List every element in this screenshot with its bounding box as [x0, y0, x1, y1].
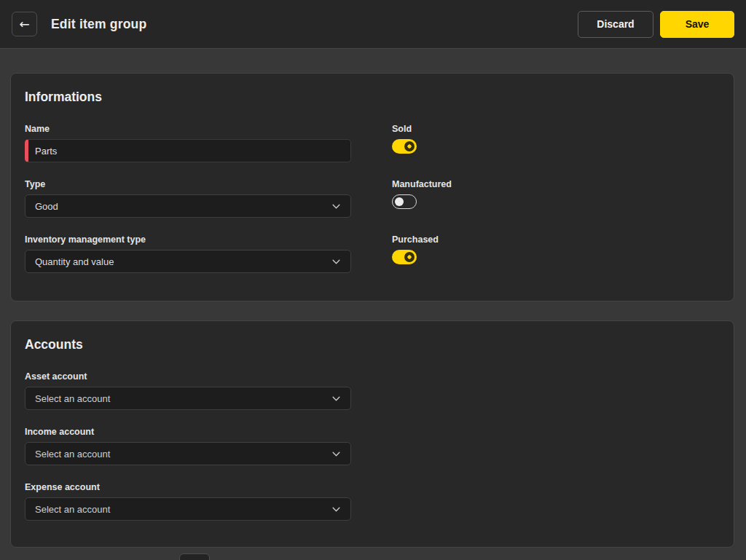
toggle-track — [392, 250, 417, 264]
sold-toggle[interactable] — [392, 139, 720, 154]
name-field: Name — [25, 124, 351, 162]
chevron-down-icon — [331, 202, 341, 211]
chevron-down-icon — [331, 505, 341, 514]
manufactured-label: Manufactured — [392, 179, 720, 189]
manufactured-field: Manufactured — [392, 179, 720, 209]
type-select-value: Good — [35, 201, 331, 212]
asset-account-select[interactable]: Select an account — [25, 387, 351, 410]
accounts-card: Accounts Asset account Select an account… — [10, 320, 734, 548]
toggle-knob — [404, 252, 415, 262]
save-button[interactable]: Save — [660, 11, 734, 38]
accounts-title: Accounts — [25, 337, 720, 352]
toggle-track — [392, 194, 417, 209]
expense-account-select-value: Select an account — [35, 504, 331, 515]
name-input-wrap — [25, 139, 351, 162]
expense-account-field: Expense account Select an account — [25, 482, 720, 521]
sold-field: Sold — [392, 124, 720, 154]
chevron-down-icon — [331, 257, 341, 267]
income-account-label: Income account — [25, 427, 720, 437]
type-select[interactable]: Good — [25, 194, 351, 218]
partial-element-below[interactable] — [179, 553, 210, 560]
chevron-down-icon — [331, 449, 341, 459]
sold-label: Sold — [392, 124, 720, 134]
informations-grid: Name Sold Type Good — [25, 124, 720, 273]
arrow-left-icon: ← — [19, 18, 29, 31]
informations-card: Informations Name Sold Type — [10, 73, 734, 301]
income-account-select-value: Select an account — [35, 449, 331, 460]
toggle-knob — [404, 141, 415, 151]
type-label: Type — [25, 179, 351, 189]
manufactured-toggle[interactable] — [392, 194, 720, 209]
purchased-field: Purchased — [392, 234, 720, 264]
inventory-type-field: Inventory management type Quantity and v… — [25, 234, 351, 273]
income-account-field: Income account Select an account — [25, 427, 720, 465]
inventory-type-select[interactable]: Quantity and value — [25, 250, 351, 273]
chevron-down-icon — [331, 394, 341, 403]
name-input[interactable] — [28, 146, 350, 157]
expense-account-label: Expense account — [25, 482, 720, 492]
type-field: Type Good — [25, 179, 351, 218]
discard-button[interactable]: Discard — [578, 11, 653, 38]
asset-account-field: Asset account Select an account — [25, 371, 720, 410]
income-account-select[interactable]: Select an account — [25, 442, 351, 465]
back-button[interactable]: ← — [12, 12, 37, 36]
purchased-toggle[interactable] — [392, 250, 720, 264]
informations-title: Informations — [25, 90, 720, 105]
inventory-type-label: Inventory management type — [25, 234, 351, 245]
toggle-track — [392, 139, 417, 154]
page-title: Edit item group — [51, 17, 146, 32]
inventory-type-select-value: Quantity and value — [35, 256, 331, 267]
toggle-knob — [395, 197, 404, 206]
topbar: ← Edit item group Discard Save — [0, 0, 746, 49]
asset-account-select-value: Select an account — [35, 393, 331, 404]
asset-account-label: Asset account — [25, 371, 720, 382]
purchased-label: Purchased — [392, 234, 720, 245]
expense-account-select[interactable]: Select an account — [25, 497, 351, 521]
name-label: Name — [25, 124, 351, 134]
topbar-actions: Discard Save — [578, 11, 734, 38]
page-content: Informations Name Sold Type — [0, 49, 746, 560]
